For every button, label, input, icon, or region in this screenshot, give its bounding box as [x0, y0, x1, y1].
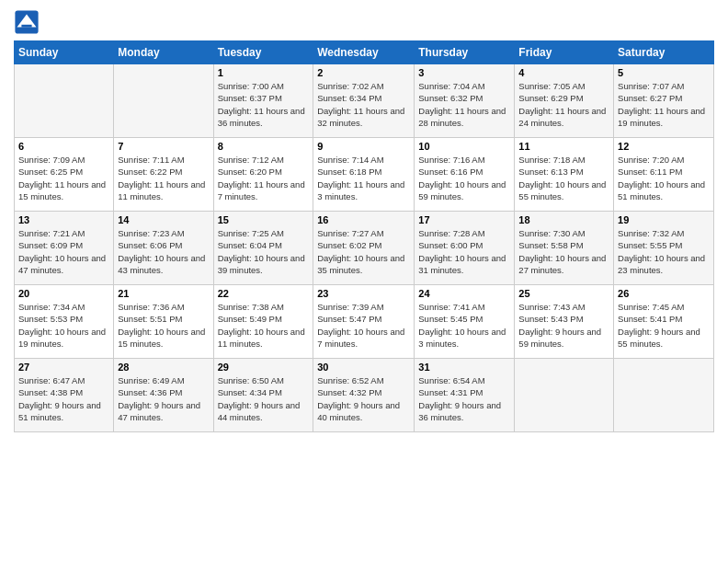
cell-w5-d2: 28Sunrise: 6:49 AMSunset: 4:36 PMDayligh… [114, 359, 213, 432]
day-number: 4 [518, 67, 609, 78]
day-number: 21 [118, 288, 209, 299]
day-detail: Sunrise: 7:27 AMSunset: 6:02 PMDaylight:… [317, 228, 404, 275]
day-detail: Sunrise: 7:30 AMSunset: 5:58 PMDaylight:… [518, 228, 606, 275]
day-number: 5 [618, 67, 710, 78]
day-number: 20 [18, 288, 109, 299]
day-number: 30 [317, 362, 410, 373]
day-number: 28 [118, 362, 209, 373]
day-number: 22 [218, 288, 310, 299]
day-detail: Sunrise: 6:49 AMSunset: 4:36 PMDaylight:… [118, 375, 200, 422]
cell-w5-d1: 27Sunrise: 6:47 AMSunset: 4:38 PMDayligh… [15, 359, 114, 432]
day-detail: Sunrise: 7:18 AMSunset: 6:13 PMDaylight:… [518, 155, 606, 201]
day-number: 11 [518, 141, 609, 152]
day-number: 3 [418, 67, 510, 78]
cell-w4-d4: 23Sunrise: 7:39 AMSunset: 5:47 PMDayligh… [313, 285, 415, 359]
cell-w3-d5: 17Sunrise: 7:28 AMSunset: 6:00 PMDayligh… [415, 212, 515, 285]
cell-w2-d1: 6Sunrise: 7:09 AMSunset: 6:25 PMDaylight… [15, 138, 114, 212]
cell-w4-d1: 20Sunrise: 7:34 AMSunset: 5:53 PMDayligh… [15, 285, 114, 359]
cell-w5-d5: 31Sunrise: 6:54 AMSunset: 4:31 PMDayligh… [415, 359, 515, 432]
cell-w2-d5: 10Sunrise: 7:16 AMSunset: 6:16 PMDayligh… [415, 138, 515, 212]
cell-w3-d6: 18Sunrise: 7:30 AMSunset: 5:58 PMDayligh… [515, 212, 614, 285]
day-number: 16 [317, 214, 410, 225]
cell-w4-d6: 25Sunrise: 7:43 AMSunset: 5:43 PMDayligh… [515, 285, 614, 359]
logo [14, 9, 43, 35]
day-detail: Sunrise: 7:11 AMSunset: 6:22 PMDaylight:… [118, 155, 205, 201]
day-detail: Sunrise: 6:47 AMSunset: 4:38 PMDaylight:… [18, 375, 101, 422]
day-detail: Sunrise: 7:39 AMSunset: 5:47 PMDaylight:… [317, 302, 404, 349]
cell-w2-d4: 9Sunrise: 7:14 AMSunset: 6:18 PMDaylight… [313, 138, 415, 212]
page-header [14, 9, 714, 35]
cell-w1-d7: 5Sunrise: 7:07 AMSunset: 6:27 PMDaylight… [614, 64, 714, 138]
cell-w2-d7: 12Sunrise: 7:20 AMSunset: 6:11 PMDayligh… [614, 138, 714, 212]
day-number: 18 [518, 214, 609, 225]
day-number: 23 [317, 288, 410, 299]
day-detail: Sunrise: 7:34 AMSunset: 5:53 PMDaylight:… [18, 302, 106, 349]
header-saturday: Saturday [614, 41, 714, 64]
day-detail: Sunrise: 7:20 AMSunset: 6:11 PMDaylight:… [618, 155, 705, 201]
day-detail: Sunrise: 7:14 AMSunset: 6:18 PMDaylight:… [317, 155, 404, 201]
cell-w5-d6 [515, 359, 614, 432]
cell-w1-d6: 4Sunrise: 7:05 AMSunset: 6:29 PMDaylight… [515, 64, 614, 138]
header-friday: Friday [515, 41, 614, 64]
day-number: 8 [218, 141, 310, 152]
header-thursday: Thursday [415, 41, 515, 64]
day-number: 31 [418, 362, 510, 373]
day-detail: Sunrise: 7:12 AMSunset: 6:20 PMDaylight:… [218, 155, 305, 201]
week-row-4: 20Sunrise: 7:34 AMSunset: 5:53 PMDayligh… [15, 285, 714, 359]
cell-w5-d3: 29Sunrise: 6:50 AMSunset: 4:34 PMDayligh… [213, 359, 313, 432]
week-row-3: 13Sunrise: 7:21 AMSunset: 6:09 PMDayligh… [15, 212, 714, 285]
day-detail: Sunrise: 6:52 AMSunset: 4:32 PMDaylight:… [317, 375, 400, 422]
cell-w5-d7 [614, 359, 714, 432]
day-number: 17 [418, 214, 510, 225]
day-detail: Sunrise: 7:21 AMSunset: 6:09 PMDaylight:… [18, 228, 106, 275]
logo-icon [14, 9, 40, 35]
day-detail: Sunrise: 7:45 AMSunset: 5:41 PMDaylight:… [618, 302, 700, 349]
header-row: Sunday Monday Tuesday Wednesday Thursday… [15, 41, 714, 64]
day-number: 14 [118, 214, 209, 225]
header-wednesday: Wednesday [313, 41, 415, 64]
day-number: 19 [618, 214, 710, 225]
cell-w2-d6: 11Sunrise: 7:18 AMSunset: 6:13 PMDayligh… [515, 138, 614, 212]
cell-w5-d4: 30Sunrise: 6:52 AMSunset: 4:32 PMDayligh… [313, 359, 415, 432]
day-number: 9 [317, 141, 410, 152]
cell-w2-d3: 8Sunrise: 7:12 AMSunset: 6:20 PMDaylight… [213, 138, 313, 212]
day-number: 29 [218, 362, 310, 373]
cell-w4-d7: 26Sunrise: 7:45 AMSunset: 5:41 PMDayligh… [614, 285, 714, 359]
day-number: 2 [317, 67, 410, 78]
day-detail: Sunrise: 7:16 AMSunset: 6:16 PMDaylight:… [418, 155, 506, 201]
calendar-table: Sunday Monday Tuesday Wednesday Thursday… [14, 40, 714, 432]
header-sunday: Sunday [15, 41, 114, 64]
day-detail: Sunrise: 6:54 AMSunset: 4:31 PMDaylight:… [418, 375, 501, 422]
cell-w1-d4: 2Sunrise: 7:02 AMSunset: 6:34 PMDaylight… [313, 64, 415, 138]
day-detail: Sunrise: 7:23 AMSunset: 6:06 PMDaylight:… [118, 228, 205, 275]
cell-w1-d5: 3Sunrise: 7:04 AMSunset: 6:32 PMDaylight… [415, 64, 515, 138]
day-number: 10 [418, 141, 510, 152]
day-detail: Sunrise: 7:05 AMSunset: 6:29 PMDaylight:… [518, 81, 606, 128]
day-detail: Sunrise: 7:43 AMSunset: 5:43 PMDaylight:… [518, 302, 601, 349]
cell-w4-d5: 24Sunrise: 7:41 AMSunset: 5:45 PMDayligh… [415, 285, 515, 359]
day-number: 24 [418, 288, 510, 299]
cell-w1-d3: 1Sunrise: 7:00 AMSunset: 6:37 PMDaylight… [213, 64, 313, 138]
day-number: 15 [218, 214, 310, 225]
week-row-5: 27Sunrise: 6:47 AMSunset: 4:38 PMDayligh… [15, 359, 714, 432]
svg-rect-2 [21, 25, 31, 28]
day-detail: Sunrise: 7:02 AMSunset: 6:34 PMDaylight:… [317, 81, 404, 128]
day-detail: Sunrise: 7:32 AMSunset: 5:55 PMDaylight:… [618, 228, 705, 275]
cell-w1-d2 [114, 64, 213, 138]
day-detail: Sunrise: 7:38 AMSunset: 5:49 PMDaylight:… [218, 302, 305, 349]
day-detail: Sunrise: 7:25 AMSunset: 6:04 PMDaylight:… [218, 228, 305, 275]
header-monday: Monday [114, 41, 213, 64]
cell-w4-d2: 21Sunrise: 7:36 AMSunset: 5:51 PMDayligh… [114, 285, 213, 359]
cell-w3-d2: 14Sunrise: 7:23 AMSunset: 6:06 PMDayligh… [114, 212, 213, 285]
week-row-2: 6Sunrise: 7:09 AMSunset: 6:25 PMDaylight… [15, 138, 714, 212]
day-number: 27 [18, 362, 109, 373]
day-detail: Sunrise: 7:09 AMSunset: 6:25 PMDaylight:… [18, 155, 106, 201]
day-number: 12 [618, 141, 710, 152]
day-number: 7 [118, 141, 209, 152]
cell-w3-d1: 13Sunrise: 7:21 AMSunset: 6:09 PMDayligh… [15, 212, 114, 285]
day-number: 13 [18, 214, 109, 225]
day-detail: Sunrise: 6:50 AMSunset: 4:34 PMDaylight:… [218, 375, 301, 422]
cell-w4-d3: 22Sunrise: 7:38 AMSunset: 5:49 PMDayligh… [213, 285, 313, 359]
day-detail: Sunrise: 7:36 AMSunset: 5:51 PMDaylight:… [118, 302, 205, 349]
day-detail: Sunrise: 7:28 AMSunset: 6:00 PMDaylight:… [418, 228, 506, 275]
